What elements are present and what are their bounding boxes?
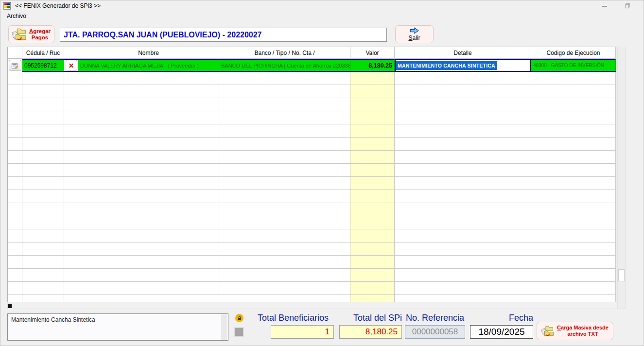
empty-grid-row bbox=[8, 190, 616, 203]
status-square-button[interactable] bbox=[234, 327, 244, 337]
header-valor: Valor bbox=[350, 47, 395, 59]
title-bar: << FENIX Generador de SPi3 >> bbox=[0, 0, 644, 11]
header-cedula: Cédula / Ruc bbox=[22, 47, 64, 59]
nombre-value: DONNA VALERY ARRIAGA MEJIA ( Proveedor ) bbox=[78, 63, 199, 69]
cedula-value: 0952598712 bbox=[22, 62, 57, 69]
salir-label: Salir bbox=[408, 35, 420, 41]
total-beneficiarios-field: 1 bbox=[271, 325, 334, 339]
header-detalle: Detalle bbox=[395, 47, 531, 59]
empty-grid-row bbox=[8, 164, 616, 177]
empty-grid-row bbox=[8, 111, 616, 124]
cell-cedula[interactable]: 0952598712 bbox=[22, 59, 64, 72]
referencia-label: No. Referencia bbox=[404, 313, 466, 323]
delete-row-button[interactable]: ✕ bbox=[66, 60, 77, 71]
lock-toggle[interactable] bbox=[235, 314, 244, 322]
detalle-selected-text: MANTENIMIENTO CANCHA SINTETICA bbox=[396, 61, 497, 70]
empty-grid-row bbox=[8, 242, 616, 256]
valor-value: 8,180.25 bbox=[368, 62, 394, 69]
app-window: << FENIX Generador de SPi3 >> Archivo Ag… bbox=[0, 0, 644, 346]
banco-value: BANCO DEL PICHINCHA [ Cuenta de Ahorros … bbox=[219, 63, 350, 69]
menu-bar: Archivo bbox=[0, 11, 644, 21]
empty-grid-row bbox=[8, 138, 616, 151]
total-beneficiarios-label: Total Beneficiarios bbox=[252, 313, 334, 323]
restore-button[interactable] bbox=[620, 0, 635, 11]
payment-row: 0952598712 ✕ DONNA VALERY ARRIAGA MEJIA … bbox=[8, 59, 616, 72]
total-spi-label: Total del SPi bbox=[341, 313, 402, 323]
agregar-pagos-button[interactable]: Agregar Pagos bbox=[8, 25, 54, 43]
referencia-field: 0000000058 bbox=[405, 325, 465, 339]
exit-arrow-icon bbox=[409, 27, 420, 34]
empty-grid-row bbox=[8, 229, 616, 242]
cell-delete: ✕ bbox=[64, 59, 78, 72]
empty-grid-row bbox=[8, 203, 616, 216]
header-delete-col bbox=[64, 47, 78, 59]
salir-button[interactable]: Salir bbox=[395, 25, 434, 43]
empty-grid-row bbox=[8, 282, 616, 295]
cell-detalle-editor[interactable]: MANTENIMIENTO CANCHA SINTETICA bbox=[395, 59, 531, 72]
menu-archivo[interactable]: Archivo bbox=[5, 11, 28, 21]
carga-masiva-button[interactable]: Carga Masiva desde archivo TXT bbox=[537, 322, 613, 340]
empty-grid-row bbox=[8, 216, 616, 229]
cell-codigo[interactable]: 40300 - GASTO DE INVERSIÓN bbox=[531, 59, 616, 72]
fecha-label: Fecha bbox=[487, 313, 533, 323]
empty-grid-row bbox=[8, 177, 616, 190]
edit-form-icon bbox=[11, 62, 18, 69]
window-title: << FENIX Generador de SPi3 >> bbox=[15, 0, 101, 11]
minimize-button[interactable] bbox=[597, 0, 612, 11]
carga-masiva-label: Carga Masiva desde archivo TXT bbox=[557, 325, 609, 337]
horizontal-scrollbar-thumb[interactable] bbox=[8, 304, 12, 308]
agregar-pagos-label: Agregar Pagos bbox=[29, 28, 51, 41]
empty-grid-row bbox=[8, 85, 616, 98]
empty-grid-row bbox=[8, 72, 616, 85]
grid-vertical-scrollbar[interactable] bbox=[617, 47, 626, 309]
total-spi-field: 8,180.25 bbox=[339, 325, 402, 339]
carga-masiva-folder-icon bbox=[541, 325, 554, 337]
fecha-field[interactable]: 18/09/2025 bbox=[470, 325, 533, 339]
detalle-note-scrollbar[interactable] bbox=[221, 314, 227, 340]
grid-header-row: Cédula / Ruc Nombre Banco / Tipo / No. C… bbox=[8, 47, 616, 59]
detalle-note-box[interactable]: Mantenimiento Cancha Sintetica bbox=[7, 313, 228, 341]
lock-icon bbox=[237, 316, 242, 321]
payments-grid: Cédula / Ruc Nombre Banco / Tipo / No. C… bbox=[7, 47, 616, 302]
cell-nombre[interactable]: DONNA VALERY ARRIAGA MEJIA ( Proveedor ) bbox=[78, 59, 219, 72]
header-row-selector bbox=[8, 47, 22, 59]
empty-grid-row bbox=[8, 256, 616, 269]
row-edit-cell bbox=[8, 59, 22, 72]
header-nombre: Nombre bbox=[78, 47, 219, 59]
empty-grid-row bbox=[8, 98, 616, 111]
empty-grid-row bbox=[8, 269, 616, 282]
header-codigo: Codigo de Ejecucion bbox=[531, 47, 616, 59]
cell-valor[interactable]: 8,180.25 bbox=[350, 59, 395, 72]
header-banco: Banco / Tipo / No. Cta / bbox=[219, 47, 350, 59]
app-icon bbox=[3, 2, 11, 10]
minimize-icon bbox=[602, 3, 608, 9]
edit-row-button[interactable] bbox=[9, 60, 21, 71]
detalle-note-text: Mantenimiento Cancha Sintetica bbox=[11, 316, 95, 323]
add-payments-folder-icon bbox=[12, 28, 27, 41]
grid-empty-rows bbox=[8, 72, 616, 302]
empty-grid-row bbox=[8, 124, 616, 138]
empty-grid-row bbox=[8, 151, 616, 164]
company-title-field[interactable]: JTA. PARROQ.SAN JUAN (PUEBLOVIEJO) - 202… bbox=[60, 28, 387, 42]
restore-icon bbox=[625, 3, 630, 9]
empty-grid-row bbox=[8, 295, 616, 302]
vertical-scrollbar-thumb[interactable] bbox=[618, 269, 625, 281]
cell-banco[interactable]: BANCO DEL PICHINCHA [ Cuenta de Ahorros … bbox=[219, 59, 350, 72]
grid-horizontal-scrollbar[interactable] bbox=[7, 303, 616, 309]
delete-x-icon: ✕ bbox=[69, 62, 74, 69]
codigo-value: 40300 - GASTO DE INVERSIÓN bbox=[531, 63, 604, 68]
